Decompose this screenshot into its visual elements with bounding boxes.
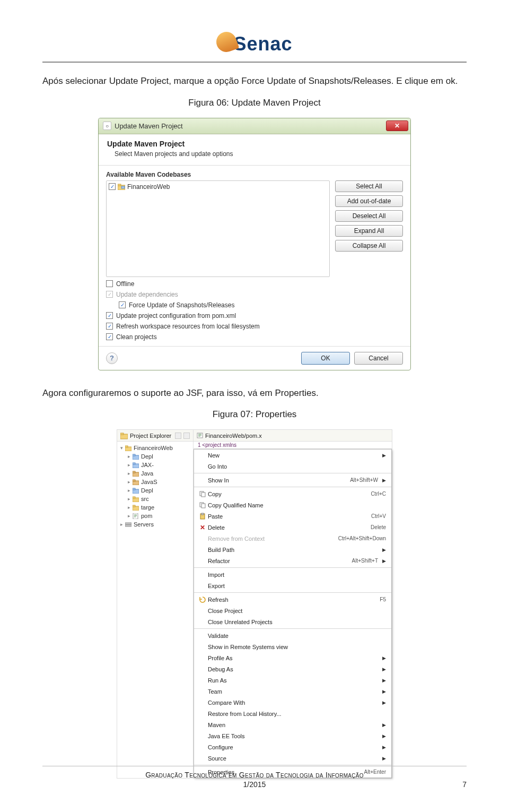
- deselect-all-button[interactable]: Deselect All: [335, 210, 403, 222]
- menu-item-icon: [197, 596, 208, 603]
- menu-item[interactable]: Show in Remote Systems view: [194, 641, 391, 652]
- cancel-button[interactable]: Cancel: [354, 352, 403, 365]
- tree-item[interactable]: ▸JavaS: [120, 478, 190, 486]
- menu-item-label: Copy: [208, 491, 371, 497]
- menu-item[interactable]: Go Into: [194, 461, 391, 472]
- menu-item[interactable]: Source▶: [194, 753, 391, 764]
- expand-icon[interactable]: ▸: [128, 513, 130, 519]
- tree-item[interactable]: ▸pom: [120, 512, 190, 520]
- tree-item[interactable]: ▸Servers: [120, 520, 190, 529]
- menu-item[interactable]: Compare With▶: [194, 697, 391, 708]
- checkbox-icon[interactable]: ✓: [106, 333, 113, 340]
- menu-item[interactable]: Configure▶: [194, 741, 391, 753]
- menu-item-shortcut: Ctrl+Alt+Shift+Down: [338, 535, 386, 541]
- checkbox-label: Offline: [116, 280, 134, 288]
- checkbox-refresh-workspace[interactable]: ✓ Refresh workspace resources from local…: [106, 323, 403, 330]
- editor-tab[interactable]: FinanceiroWeb/pom.x: [194, 430, 392, 442]
- context-menu[interactable]: New▶Go IntoShow InAlt+Shift+W▶CopyCtrl+C…: [194, 449, 392, 778]
- tree-item[interactable]: ▸targe: [120, 503, 190, 512]
- tree-item-label: Servers: [134, 521, 154, 528]
- ok-button[interactable]: OK: [301, 352, 350, 365]
- menu-item[interactable]: ✕DeleteDelete: [194, 522, 391, 533]
- menu-separator: [194, 592, 391, 593]
- menu-item[interactable]: RefreshF5: [194, 594, 391, 605]
- expand-icon[interactable]: ▸: [128, 488, 130, 493]
- svg-rect-26: [201, 493, 205, 497]
- window-close-button[interactable]: ✕: [386, 120, 408, 131]
- collapse-all-button[interactable]: Collapse All: [335, 240, 403, 252]
- add-out-of-date-button[interactable]: Add out-of-date: [335, 195, 403, 207]
- menu-item-label: Import: [208, 572, 386, 578]
- tree-item-checkbox[interactable]: ✓: [109, 183, 116, 190]
- checkbox-offline[interactable]: Offline: [106, 280, 403, 288]
- menu-item[interactable]: Export: [194, 580, 391, 591]
- tree-item-financeiroweb[interactable]: ✓ FinanceiroWeb: [109, 183, 327, 191]
- project-explorer-tab[interactable]: Project Explorer: [117, 430, 193, 442]
- checkbox-icon[interactable]: ✓: [106, 323, 113, 330]
- checkbox-icon[interactable]: ✓: [119, 301, 126, 308]
- expand-icon[interactable]: ▸: [128, 496, 130, 502]
- tree-item[interactable]: ▸src: [120, 495, 190, 503]
- project-explorer-icon: [120, 432, 128, 439]
- expand-icon[interactable]: ▸: [120, 522, 123, 527]
- checkbox-label: Update dependencies: [116, 291, 178, 298]
- tree-item[interactable]: ▸Java: [120, 469, 190, 478]
- checkbox-icon[interactable]: [106, 280, 113, 287]
- menu-item[interactable]: Java EE Tools▶: [194, 730, 391, 741]
- menu-item[interactable]: Import: [194, 569, 391, 580]
- expand-icon[interactable]: ▾: [120, 445, 123, 451]
- checkbox-force-update[interactable]: ✓ Force Update of Snapshots/Releases: [106, 301, 403, 309]
- tree-item-label: FinanceiroWeb: [127, 183, 170, 191]
- menu-item[interactable]: Run As▶: [194, 675, 391, 686]
- menu-item[interactable]: Show InAlt+Shift+W▶: [194, 474, 391, 486]
- menu-item[interactable]: Close Project: [194, 605, 391, 616]
- item-type-icon: [125, 522, 131, 528]
- svg-rect-12: [133, 471, 135, 473]
- submenu-arrow-icon: ▶: [382, 655, 386, 661]
- menu-item[interactable]: Team▶: [194, 686, 391, 697]
- menu-item[interactable]: New▶: [194, 450, 391, 461]
- pe-tool-icon[interactable]: [183, 433, 190, 439]
- checkbox-icon[interactable]: ✓: [106, 312, 113, 319]
- mid-paragraph: Agora configuraremos o suporte ao JSF, p…: [42, 386, 467, 400]
- menu-item-label: Refresh: [208, 597, 380, 603]
- svg-rect-10: [133, 463, 135, 464]
- menu-item[interactable]: Profile As▶: [194, 652, 391, 663]
- menu-item-label: Validate: [208, 633, 386, 639]
- menu-item[interactable]: CopyCtrl+C: [194, 488, 391, 499]
- tree-item[interactable]: ▸JAX-: [120, 461, 190, 469]
- menu-item-label: Configure: [208, 744, 378, 750]
- pe-tool-icon[interactable]: [175, 433, 181, 439]
- menu-item[interactable]: Copy Qualified Name: [194, 499, 391, 511]
- select-all-button[interactable]: Select All: [335, 180, 403, 192]
- menu-item[interactable]: Build Path▶: [194, 544, 391, 555]
- codebases-tree[interactable]: ✓ FinanceiroWeb: [106, 180, 330, 277]
- expand-all-button[interactable]: Expand All: [335, 225, 403, 237]
- menu-item[interactable]: Maven▶: [194, 719, 391, 730]
- menu-item[interactable]: Restore from Local History...: [194, 708, 391, 719]
- expand-icon[interactable]: ▸: [128, 462, 130, 468]
- expand-icon[interactable]: ▸: [128, 479, 130, 485]
- project-explorer-tree[interactable]: ▾FinanceiroWeb▸Depl▸JAX-▸Java▸JavaS▸Depl…: [117, 442, 193, 531]
- menu-item[interactable]: Close Unrelated Projects: [194, 616, 391, 627]
- item-type-icon: [133, 462, 139, 468]
- expand-icon[interactable]: ▸: [128, 471, 130, 476]
- checkbox-clean-projects[interactable]: ✓ Clean projects: [106, 333, 403, 341]
- menu-item[interactable]: Validate: [194, 630, 391, 641]
- project-explorer-label: Project Explorer: [130, 433, 171, 439]
- expand-icon[interactable]: ▸: [128, 454, 130, 459]
- menu-item-label: Source: [208, 755, 378, 762]
- tree-item[interactable]: ▸Depl: [120, 452, 190, 461]
- help-button[interactable]: ?: [106, 352, 118, 364]
- menu-item[interactable]: PasteCtrl+V: [194, 511, 391, 522]
- menu-item[interactable]: Debug As▶: [194, 663, 391, 675]
- tree-item[interactable]: ▾FinanceiroWeb: [120, 444, 190, 452]
- codebases-label: Available Maven Codebases: [106, 171, 403, 178]
- expand-icon[interactable]: ▸: [128, 505, 130, 510]
- item-type-icon: [133, 513, 139, 519]
- svg-rect-22: [125, 523, 131, 524]
- update-maven-dialog: ○ Update Maven Project ✕ Update Maven Pr…: [98, 118, 411, 370]
- menu-item[interactable]: RefactorAlt+Shift+T▶: [194, 555, 391, 566]
- checkbox-update-pom[interactable]: ✓ Update project configuration from pom.…: [106, 312, 403, 319]
- tree-item[interactable]: ▸Depl: [120, 486, 190, 495]
